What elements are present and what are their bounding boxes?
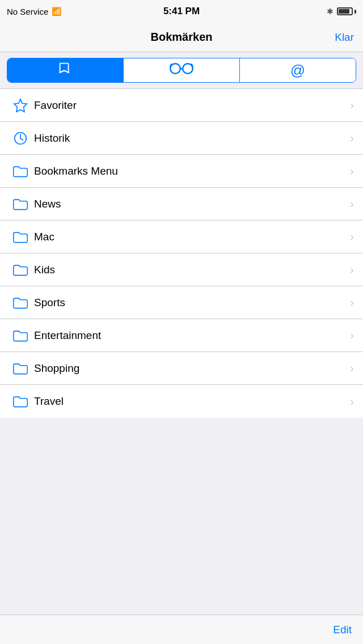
list-item-history[interactable]: Historik › (0, 122, 363, 155)
folder-icon (9, 262, 32, 278)
chevron-right-icon: › (350, 395, 354, 408)
page-title: Bokmärken (151, 31, 213, 44)
battery-tip (354, 10, 356, 14)
tab-shared-links[interactable]: @ (240, 58, 356, 82)
folder-icon (9, 229, 32, 245)
list-item-sports[interactable]: Sports › (0, 286, 363, 319)
folder-icon (9, 295, 32, 311)
glasses-icon (169, 61, 194, 80)
no-service-label: No Service (7, 7, 48, 16)
at-icon: @ (290, 62, 305, 79)
list-item-bookmarks-menu[interactable]: Bookmarks Menu › (0, 155, 363, 188)
folder-icon (9, 328, 32, 344)
star-icon (9, 98, 32, 113)
list-item-kids[interactable]: Kids › (0, 253, 363, 286)
nav-bar: Bokmärken Klar (0, 23, 363, 52)
chevron-right-icon: › (350, 329, 354, 342)
folder-icon (9, 393, 32, 409)
bookmarks-menu-label: Bookmarks Menu (34, 165, 350, 177)
edit-button[interactable]: Edit (333, 624, 352, 636)
bluetooth-icon: ✱ (327, 7, 334, 16)
entertainment-label: Entertainment (34, 329, 350, 342)
status-time: 5:41 PM (163, 6, 200, 17)
folder-icon (9, 361, 32, 376)
folder-icon (9, 196, 32, 212)
book-icon (57, 61, 73, 80)
folder-icon (9, 163, 32, 179)
battery (337, 7, 356, 15)
mac-label: Mac (34, 231, 350, 243)
battery-fill (339, 9, 349, 14)
shopping-label: Shopping (34, 362, 350, 375)
news-label: News (34, 198, 350, 210)
list-item-shopping[interactable]: Shopping › (0, 352, 363, 385)
list-item-travel[interactable]: Travel › (0, 385, 363, 418)
chevron-right-icon: › (350, 263, 354, 276)
list-item-news[interactable]: News › (0, 188, 363, 221)
chevron-right-icon: › (350, 99, 354, 112)
chevron-right-icon: › (350, 132, 354, 145)
chevron-right-icon: › (350, 230, 354, 243)
chevron-right-icon: › (350, 197, 354, 210)
wifi-icon: 📶 (52, 7, 61, 16)
favorites-label: Favoriter (34, 99, 350, 112)
battery-body (337, 7, 353, 15)
kids-label: Kids (34, 264, 350, 276)
svg-marker-2 (14, 99, 27, 111)
status-left: No Service 📶 (7, 7, 61, 16)
status-bar: No Service 📶 5:41 PM ✱ (0, 0, 363, 23)
klar-button[interactable]: Klar (335, 31, 354, 44)
bookmark-list: Favoriter › Historik › Bookmarks Menu › (0, 89, 363, 418)
tab-bookmarks[interactable] (7, 58, 124, 82)
segmented-control: @ (7, 58, 356, 83)
svg-point-0 (170, 63, 180, 74)
tab-reading-list[interactable] (124, 58, 240, 82)
chevron-right-icon: › (350, 296, 354, 309)
chevron-right-icon: › (350, 164, 354, 177)
status-right: ✱ (327, 7, 356, 16)
bottom-bar: Edit (0, 615, 363, 644)
list-item-entertainment[interactable]: Entertainment › (0, 319, 363, 352)
sports-label: Sports (34, 296, 350, 309)
history-label: Historik (34, 132, 350, 145)
svg-point-1 (183, 63, 193, 74)
clock-icon (9, 130, 32, 146)
list-item-favorites[interactable]: Favoriter › (0, 89, 363, 122)
travel-label: Travel (34, 395, 350, 408)
chevron-right-icon: › (350, 362, 354, 375)
list-item-mac[interactable]: Mac › (0, 221, 363, 253)
